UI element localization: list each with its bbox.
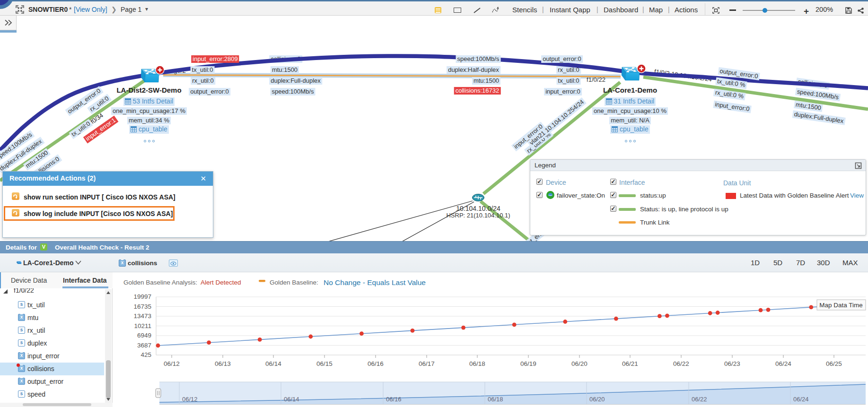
svg-text:16735: 16735 (133, 303, 151, 310)
svg-text:Golden Baseline:: Golden Baseline: (270, 279, 318, 286)
svg-text:No Change - Equals Last Value: No Change - Equals Last Value (324, 278, 426, 286)
svg-text:10211: 10211 (134, 322, 151, 329)
svg-text:3687: 3687 (137, 342, 151, 349)
svg-text:06/18: 06/18 (488, 396, 503, 403)
svg-text:Alert Detected: Alert Detected (201, 279, 241, 286)
svg-text:Map Data Time: Map Data Time (819, 302, 863, 309)
svg-text:06/19: 06/19 (520, 360, 536, 367)
svg-text:06/20: 06/20 (571, 360, 587, 367)
svg-text:06/16: 06/16 (386, 396, 402, 403)
svg-text:Golden Baseline Analysis:: Golden Baseline Analysis: (123, 279, 197, 286)
svg-text:19997: 19997 (133, 293, 151, 300)
svg-text:06/24: 06/24 (793, 396, 809, 403)
svg-text:06/21: 06/21 (622, 360, 638, 367)
svg-text:06/12: 06/12 (164, 360, 180, 367)
svg-text:06/16: 06/16 (368, 360, 384, 367)
svg-text:06/18: 06/18 (469, 360, 485, 367)
svg-text:6949: 6949 (137, 332, 151, 339)
svg-text:06/14: 06/14 (265, 360, 281, 367)
svg-text:425: 425 (140, 351, 151, 358)
svg-text:06/12: 06/12 (182, 396, 198, 403)
svg-text:06/24: 06/24 (775, 360, 791, 367)
svg-text:06/13: 06/13 (215, 360, 231, 367)
svg-text:06/22: 06/22 (673, 360, 689, 367)
svg-text:06/22: 06/22 (692, 396, 707, 403)
svg-text:06/20: 06/20 (589, 396, 605, 403)
svg-text:06/23: 06/23 (724, 360, 740, 367)
svg-text:06/15: 06/15 (316, 360, 333, 367)
svg-text:06/25: 06/25 (826, 360, 842, 367)
svg-text:13473: 13473 (133, 312, 151, 320)
svg-text:06/14: 06/14 (284, 396, 299, 403)
svg-text:06/17: 06/17 (419, 360, 435, 367)
